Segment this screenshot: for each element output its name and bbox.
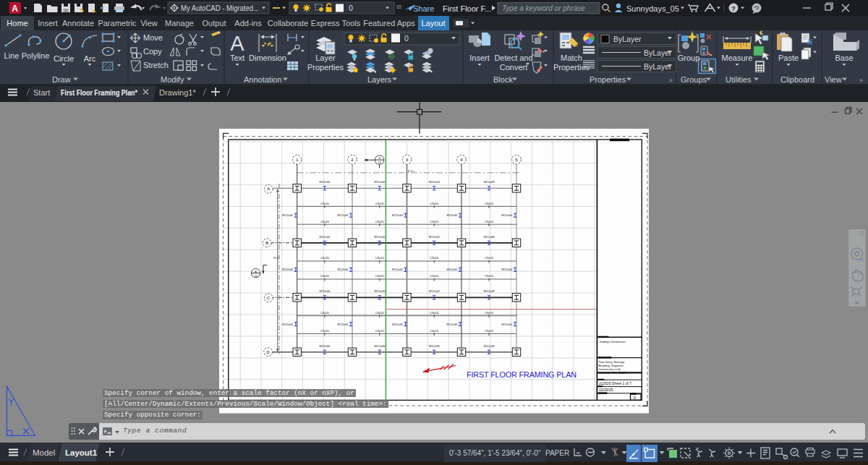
svg-text:Share: Share: [413, 4, 434, 13]
svg-text:Line: Line: [4, 51, 20, 60]
svg-text:W12x40: W12x40: [501, 268, 513, 271]
svg-text:Circle: Circle: [54, 54, 74, 63]
svg-text:FIRST FLOOR FRAMING PLAN: FIRST FLOOR FRAMING PLAN: [467, 370, 576, 379]
svg-text:C9x20: C9x20: [375, 256, 385, 260]
svg-text:C9x20: C9x20: [320, 311, 330, 315]
svg-text:2D: 2D: [859, 257, 864, 262]
svg-text:W12x49: W12x49: [483, 180, 495, 184]
svg-text:W12x40: W12x40: [337, 268, 349, 271]
svg-text:Layers: Layers: [367, 75, 392, 84]
svg-text:ByLayer: ByLayer: [613, 35, 642, 43]
svg-text:0: 0: [404, 34, 409, 43]
svg-text:C9x20: C9x20: [375, 202, 385, 205]
svg-text:Match: Match: [561, 54, 582, 62]
svg-text:C9x20: C9x20: [320, 329, 330, 333]
svg-text:10/29/25: 10/29/25: [599, 388, 613, 392]
svg-text:W12x44: W12x44: [429, 180, 441, 184]
svg-text:W12x40: W12x40: [282, 323, 294, 326]
svg-text:Properties: Properties: [590, 75, 626, 84]
svg-text:Annotation: Annotation: [244, 75, 282, 84]
svg-text:B: B: [265, 241, 268, 245]
svg-text:W12x40: W12x40: [374, 180, 386, 184]
svg-text:W12x40: W12x40: [392, 213, 404, 217]
svg-text:Text: Text: [230, 54, 244, 62]
svg-text:C9x20: C9x20: [430, 274, 439, 278]
svg-text:A: A: [12, 4, 18, 14]
svg-text:A: A: [230, 32, 244, 55]
svg-text:C9x20: C9x20: [320, 202, 330, 205]
svg-text:C9x20: C9x20: [485, 274, 494, 278]
svg-text:Draw: Draw: [52, 75, 71, 84]
svg-text:Groups: Groups: [681, 75, 707, 84]
svg-text:Sunnydays_05: Sunnydays_05: [626, 4, 679, 13]
svg-text:W12x40: W12x40: [319, 289, 331, 293]
svg-text:C9x20: C9x20: [485, 202, 494, 205]
svg-text:»: »: [669, 77, 673, 84]
svg-text:13: 13: [255, 275, 258, 278]
svg-text:Dimension: Dimension: [249, 54, 286, 62]
svg-text:Arc: Arc: [84, 54, 96, 63]
svg-text:8'-0¾: 8'-0¾: [408, 170, 415, 173]
svg-text:C9x20: C9x20: [430, 256, 439, 260]
svg-text:W12x40: W12x40: [337, 323, 349, 326]
svg-text:Model: Model: [33, 448, 55, 457]
svg-text:W12x40: W12x40: [319, 180, 331, 184]
svg-text:First Floor F...: First Floor F...: [443, 4, 491, 13]
svg-text:Convert: Convert: [500, 63, 528, 72]
svg-text:5: 5: [515, 157, 518, 162]
svg-text:W12x40: W12x40: [501, 323, 513, 326]
svg-text:ByLayer: ByLayer: [644, 48, 672, 57]
svg-text:Stretch: Stretch: [143, 61, 169, 69]
svg-text:W12x40: W12x40: [319, 344, 331, 348]
svg-text:»: »: [859, 77, 863, 84]
svg-text:Houston, TX, 12345: Houston, TX, 12345: [598, 371, 627, 375]
svg-text:W12x40: W12x40: [446, 268, 458, 271]
svg-text:First Floor Framing Plan*: First Floor Framing Plan*: [61, 88, 138, 97]
svg-text:C9x20: C9x20: [375, 274, 385, 278]
svg-text:212020 Sheet 1 of 7: 212020 Sheet 1 of 7: [599, 381, 631, 385]
svg-text:Polyline: Polyline: [22, 51, 50, 60]
svg-text:C: C: [267, 296, 270, 300]
svg-text:Detect and: Detect and: [494, 54, 532, 62]
svg-text:C9x20: C9x20: [375, 329, 385, 333]
svg-text:0'-3 57/64", 1'-5 23/64", 0'-0: 0'-3 57/64", 1'-5 23/64", 0'-0": [449, 449, 541, 457]
svg-text:Copy: Copy: [143, 47, 162, 56]
svg-text:C9x20: C9x20: [485, 311, 494, 315]
svg-text:Drawing1*: Drawing1*: [159, 88, 196, 97]
svg-text:Judelyn Demetrios: Judelyn Demetrios: [600, 340, 626, 344]
svg-text:W12x40: W12x40: [374, 344, 386, 348]
svg-text:Type a keyword or phrase: Type a keyword or phrase: [502, 4, 585, 12]
svg-text:C9x20: C9x20: [430, 329, 439, 333]
svg-text:W12x40: W12x40: [501, 213, 513, 217]
svg-text:C9x20: C9x20: [375, 220, 385, 223]
svg-text:C9x20: C9x20: [485, 329, 494, 333]
svg-text:W12x40: W12x40: [319, 235, 331, 239]
svg-text:A: A: [255, 270, 257, 273]
svg-text:C9x20: C9x20: [320, 256, 330, 260]
svg-text:W12x46: W12x46: [429, 344, 441, 348]
svg-text:Start: Start: [33, 88, 50, 97]
svg-text:ByLayer: ByLayer: [644, 62, 672, 71]
svg-text:W12x48: W12x48: [483, 289, 495, 293]
svg-text:?: ?: [731, 4, 736, 12]
svg-text:W12x40: W12x40: [374, 289, 386, 293]
svg-text:W12x48: W12x48: [483, 344, 495, 348]
svg-text:Clipboard: Clipboard: [780, 75, 814, 84]
svg-text:C9x20: C9x20: [485, 256, 494, 260]
svg-text:Block: Block: [493, 75, 513, 84]
svg-text:W12x40: W12x40: [337, 213, 349, 217]
svg-text:Modify: Modify: [161, 75, 184, 84]
svg-text:W12x40: W12x40: [282, 268, 294, 271]
svg-text:Properties: Properties: [553, 63, 590, 72]
svg-text:0: 0: [349, 4, 353, 12]
svg-text:0: 0: [634, 396, 636, 400]
svg-text:C9x20: C9x20: [320, 274, 330, 278]
svg-text:W12x42: W12x42: [429, 235, 441, 239]
svg-text:2: 2: [351, 157, 354, 162]
svg-text:C9x20: C9x20: [375, 311, 385, 315]
svg-text:My AutoCAD - Migrated...: My AutoCAD - Migrated...: [181, 4, 259, 12]
svg-text:W12x40: W12x40: [446, 213, 458, 217]
svg-text:Properties: Properties: [307, 63, 344, 72]
svg-text:PAPER: PAPER: [545, 449, 569, 457]
svg-text:W12x40: W12x40: [446, 323, 458, 326]
